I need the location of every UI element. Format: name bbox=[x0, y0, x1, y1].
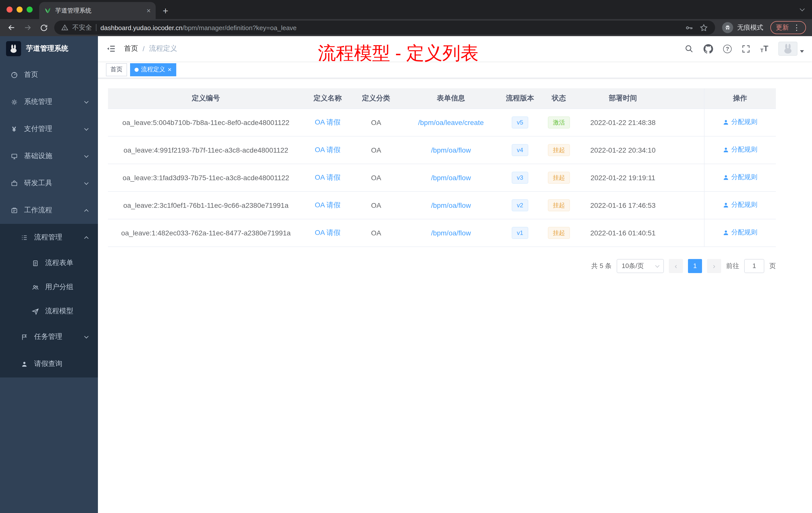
dashboard-icon bbox=[10, 71, 18, 79]
monitor-icon bbox=[10, 152, 18, 160]
form-link[interactable]: /bpm/oa/flow bbox=[431, 229, 471, 237]
sidebar-item-label: 流程管理 bbox=[34, 233, 62, 242]
form-link[interactable]: /bpm/oa/flow bbox=[431, 174, 471, 181]
chevron-down-icon bbox=[84, 334, 89, 338]
sidebar-item-devtools[interactable]: 研发工具 bbox=[0, 170, 98, 197]
forward-button[interactable] bbox=[22, 22, 33, 33]
sidebar-item-label: 系统管理 bbox=[24, 97, 52, 107]
app-title: 芋道管理系统 bbox=[26, 44, 68, 53]
definition-name-link[interactable]: OA 请假 bbox=[315, 173, 341, 181]
table-row: oa_leave:2:3c1f0ef1-76b1-11ec-9c66-a2380… bbox=[108, 191, 776, 219]
sidebar-item-payment[interactable]: ¥ 支付管理 bbox=[0, 116, 98, 143]
tab-search-chevron-icon[interactable] bbox=[800, 6, 805, 11]
address-bar[interactable]: 不安全 dashboard.yudao.iocoder.cn/bpm/manag… bbox=[54, 21, 715, 35]
definition-name-link[interactable]: OA 请假 bbox=[315, 118, 341, 126]
pagination-total: 共 5 条 bbox=[591, 261, 612, 270]
sidebar-item-infrastructure[interactable]: 基础设施 bbox=[0, 143, 98, 170]
sidebar-item-user-group[interactable]: 用户分组 bbox=[0, 275, 98, 299]
form-link[interactable]: /bpm/oa/leave/create bbox=[418, 118, 484, 126]
close-window-button[interactable] bbox=[6, 6, 12, 12]
zoom-window-button[interactable] bbox=[27, 6, 33, 12]
column-process-version: 流程版本 bbox=[501, 88, 539, 109]
assign-rule-label: 分配规则 bbox=[731, 201, 757, 210]
browser-tab[interactable]: 芋道管理系统 × bbox=[39, 2, 156, 19]
incognito-label: 无痕模式 bbox=[737, 23, 763, 32]
new-tab-button[interactable]: + bbox=[163, 6, 168, 16]
column-operations: 操作 bbox=[704, 88, 776, 109]
sidebar-item-system[interactable]: 系统管理 bbox=[0, 88, 98, 116]
yen-icon: ¥ bbox=[10, 125, 18, 133]
assign-rule-label: 分配规则 bbox=[731, 145, 757, 154]
breadcrumb-current: 流程定义 bbox=[149, 44, 177, 53]
prev-page-button[interactable]: ‹ bbox=[669, 259, 683, 273]
page-size-value: 10条/页 bbox=[622, 261, 644, 270]
cell-definition-id: oa_leave:1:482ec033-762a-11ec-8477-a2380… bbox=[108, 219, 304, 246]
definition-table: 定义编号 定义名称 定义分类 表单信息 流程版本 状态 部署时间 操作 bbox=[108, 88, 776, 247]
hamburger-icon[interactable] bbox=[106, 44, 116, 54]
search-icon[interactable] bbox=[685, 44, 694, 53]
assign-rule-button[interactable]: 分配规则 bbox=[723, 118, 757, 127]
cell-category: OA bbox=[351, 191, 401, 219]
fullscreen-icon[interactable] bbox=[742, 44, 750, 53]
assign-rule-button[interactable]: 分配规则 bbox=[723, 201, 757, 210]
sidebar-item-home[interactable]: 首页 bbox=[0, 61, 98, 88]
sidebar-item-workflow[interactable]: 工作流程 bbox=[0, 197, 98, 224]
definition-name-link[interactable]: OA 请假 bbox=[315, 201, 341, 209]
toolbox-icon bbox=[10, 179, 18, 187]
back-button[interactable] bbox=[6, 22, 17, 33]
workflow-submenu: 流程管理 流程表单 用户分组 bbox=[0, 224, 98, 378]
tag-label: 首页 bbox=[111, 65, 122, 74]
column-definition-name: 定义名称 bbox=[304, 88, 351, 109]
browser-tab-strip: 芋道管理系统 × + bbox=[0, 0, 812, 19]
bookmark-star-icon[interactable] bbox=[699, 23, 708, 32]
assign-rule-button[interactable]: 分配规则 bbox=[723, 145, 757, 154]
sidebar-item-label: 支付管理 bbox=[24, 124, 52, 133]
cell-definition-id: oa_leave:2:3c1f0ef1-76b1-11ec-9c66-a2380… bbox=[108, 191, 304, 219]
font-size-icon[interactable]: TT bbox=[760, 44, 768, 53]
avatar[interactable] bbox=[778, 42, 798, 56]
browser-menu-kebab-icon[interactable]: ⋮ bbox=[793, 23, 801, 32]
sidebar-item-process-management[interactable]: 流程管理 bbox=[0, 224, 98, 251]
breadcrumb-home[interactable]: 首页 bbox=[124, 44, 138, 53]
sidebar-item-leave-query[interactable]: 请假查询 bbox=[0, 350, 98, 378]
logo-avatar bbox=[6, 41, 21, 56]
cell-deploy-time: 2022-01-16 01:40:51 bbox=[579, 219, 667, 246]
github-icon[interactable] bbox=[703, 44, 713, 54]
next-page-button[interactable]: › bbox=[707, 259, 721, 273]
sidebar-item-process-form[interactable]: 流程表单 bbox=[0, 251, 98, 275]
users-icon bbox=[31, 283, 39, 291]
tag-label: 流程定义 bbox=[141, 65, 165, 74]
form-link[interactable]: /bpm/oa/flow bbox=[431, 201, 471, 209]
update-button[interactable]: 更新 ⋮ bbox=[770, 21, 806, 34]
reload-button[interactable] bbox=[38, 22, 49, 33]
sidebar-item-task-management[interactable]: 任务管理 bbox=[0, 323, 98, 350]
tag-close-icon[interactable]: × bbox=[168, 66, 172, 73]
sidebar-logo: 芋道管理系统 bbox=[0, 36, 98, 61]
cell-spacer bbox=[667, 163, 704, 191]
column-deploy-time: 部署时间 bbox=[579, 88, 667, 109]
form-link[interactable]: /bpm/oa/flow bbox=[431, 146, 471, 154]
tab-close-icon[interactable]: × bbox=[147, 7, 151, 14]
password-key-icon[interactable] bbox=[685, 23, 694, 32]
assign-rule-button[interactable]: 分配规则 bbox=[723, 228, 757, 237]
page-number-button[interactable]: 1 bbox=[688, 259, 702, 273]
goto-page-input[interactable] bbox=[744, 259, 764, 273]
definition-name-link[interactable]: OA 请假 bbox=[315, 145, 341, 153]
sidebar-item-label: 用户分组 bbox=[45, 282, 73, 292]
assign-rule-button[interactable]: 分配规则 bbox=[723, 173, 757, 182]
minimize-window-button[interactable] bbox=[17, 6, 23, 12]
page-size-select[interactable]: 10条/页 bbox=[617, 259, 664, 273]
sidebar-item-label: 流程表单 bbox=[45, 259, 73, 268]
avatar-caret-icon[interactable] bbox=[800, 50, 804, 55]
page-content: 定义编号 定义名称 定义分类 表单信息 流程版本 状态 部署时间 操作 bbox=[98, 78, 812, 283]
sidebar-item-process-model[interactable]: 流程模型 bbox=[0, 299, 98, 323]
column-form-info: 表单信息 bbox=[401, 88, 501, 109]
cell-category: OA bbox=[351, 136, 401, 163]
tag-home[interactable]: 首页 bbox=[106, 63, 127, 76]
definition-name-link[interactable]: OA 请假 bbox=[315, 228, 341, 236]
cell-deploy-time: 2022-01-22 19:19:11 bbox=[579, 163, 667, 191]
tab-title: 芋道管理系统 bbox=[55, 6, 143, 15]
tag-process-definition[interactable]: 流程定义 × bbox=[130, 63, 176, 76]
help-icon[interactable]: ? bbox=[723, 44, 732, 53]
page-unit-label: 页 bbox=[769, 261, 776, 270]
